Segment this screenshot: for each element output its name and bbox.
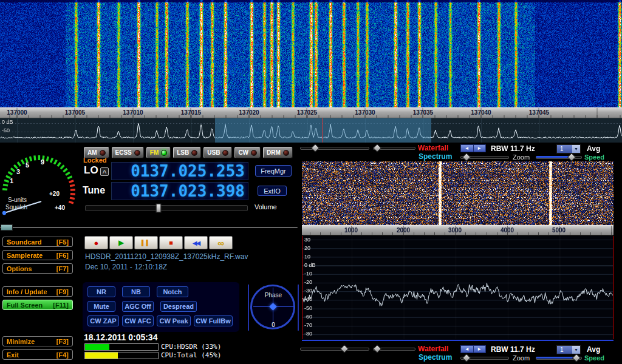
menu-label: Options (7, 265, 32, 272)
vfo-a-icon[interactable]: A (100, 167, 109, 176)
menu-label: Samplerate (7, 252, 43, 259)
zoom-spectrum-canvas (302, 236, 613, 339)
chevron-down-icon[interactable]: ▼ (572, 346, 580, 354)
loop-button[interactable]: ∞ (209, 236, 233, 249)
waterfall-tab[interactable]: Waterfall (418, 345, 448, 353)
slider-thumb[interactable] (462, 354, 471, 362)
slider-thumb[interactable] (373, 144, 381, 152)
freq-label: 137025 (297, 109, 317, 116)
mode-label: CW (238, 149, 248, 156)
zoom-in-button[interactable]: ► (474, 346, 486, 352)
playback-file-date: Dec 10, 2011 - 12:10:18Z (85, 263, 167, 271)
main-spectrum[interactable]: 0 dB -50 (0, 118, 622, 143)
passband-selection[interactable] (215, 118, 431, 143)
squelch-slider[interactable] (0, 224, 298, 231)
squelch-thumb[interactable] (1, 224, 13, 231)
squelch-track[interactable] (0, 227, 298, 228)
mute-button[interactable]: Mute (87, 301, 115, 312)
zoom-stepper: ◄ ► (460, 345, 486, 353)
menu-hotkey: [F7] (56, 265, 69, 272)
slider-thumb[interactable] (567, 153, 576, 161)
brightness-slider[interactable] (300, 144, 369, 152)
tune-frequency-display[interactable]: 0137.023.398 (111, 182, 248, 200)
speed-slider[interactable] (536, 153, 582, 161)
options-button[interactable]: Options [F7] (2, 263, 73, 274)
s-meter-tick: 9 (41, 158, 44, 166)
cw-afc-button[interactable]: CW AFC (122, 315, 154, 326)
freq-label: 137035 (413, 109, 433, 116)
exit-button[interactable]: Exit [F4] (2, 349, 73, 360)
brightness-slider[interactable] (300, 345, 369, 352)
zoom-in-button[interactable]: ► (474, 145, 486, 152)
spectrum-tab[interactable]: Spectrum (419, 353, 452, 362)
despread-button[interactable]: Despread (160, 301, 197, 312)
s-meter[interactable]: 1 3 5 9 +20 +40 S-units Squelch (0, 144, 80, 222)
contrast-slider[interactable] (373, 345, 415, 352)
mode-button-drm[interactable]: DRM (263, 147, 293, 158)
zoom-waterfall[interactable] (302, 161, 613, 225)
main-frequency-scale[interactable]: 137000 137005 137010 137015 137020 13702… (0, 107, 622, 118)
extio-button[interactable]: ExtIO (258, 186, 287, 196)
display-controls-top: Waterfall Spectrum ◄ ► Zoom RBW 11.7 Hz … (299, 144, 622, 161)
soundcard-button[interactable]: Soundcard [F5] (2, 237, 73, 247)
record-icon: ● (94, 238, 99, 248)
mode-button-ecss[interactable]: ECSS (112, 147, 144, 158)
s-meter-tick: +20 (49, 190, 60, 197)
zoom-slider[interactable] (460, 354, 509, 362)
lo-frequency-display[interactable]: 0137.025.253 (111, 162, 248, 180)
avg-select[interactable]: 1 ▼ (556, 345, 581, 354)
cw-fullbw-button[interactable]: CW FullBw (194, 315, 233, 326)
notch-button[interactable]: Notch (157, 286, 188, 297)
volume-track[interactable] (85, 205, 248, 211)
fullscreen-button[interactable]: Full Screen [F11] (2, 300, 73, 310)
slider-thumb[interactable] (311, 144, 320, 152)
info-update-button[interactable]: Info / Update [F9] (2, 286, 73, 297)
slider-thumb[interactable] (572, 354, 581, 362)
zoom-out-button[interactable]: ◄ (461, 346, 474, 352)
record-button[interactable]: ● (84, 236, 108, 249)
cw-zap-button[interactable]: CW ZAP (87, 315, 119, 326)
avg-select[interactable]: 1 ▼ (556, 144, 581, 153)
chevron-down-icon[interactable]: ▼ (572, 145, 580, 153)
slider-thumb[interactable] (462, 153, 471, 161)
hdsdr-app: 137000 137005 137010 137015 137020 13702… (0, 0, 622, 364)
freqmgr-button[interactable]: FreqMgr (255, 165, 292, 177)
rewind-button[interactable]: ◀◀ (184, 236, 208, 249)
freq-label: 137005 (65, 109, 85, 116)
spectrum-tab[interactable]: Spectrum (419, 152, 452, 161)
avg-value: 1 (557, 145, 572, 153)
squelch-knob[interactable] (2, 211, 6, 215)
pause-icon: ▌▌ (142, 240, 151, 246)
main-waterfall[interactable] (0, 0, 622, 107)
speed-slider[interactable] (536, 354, 582, 362)
minimize-button[interactable]: Minimize [F3] (2, 336, 73, 346)
slider-thumb[interactable] (340, 345, 349, 353)
nb-button[interactable]: NB (122, 286, 150, 297)
mode-button-fm[interactable]: FM (146, 147, 171, 158)
zoom-spectrum[interactable]: 30 20 10 0 dB -10 -20 -30 -40 -50 -60 -7… (302, 236, 613, 339)
cw-peak-button[interactable]: CW Peak (157, 315, 191, 326)
s-meter-tick: 1 (10, 177, 13, 184)
mode-button-lsb[interactable]: LSB (173, 147, 201, 158)
slider-thumb[interactable] (373, 345, 381, 353)
phase-display[interactable]: Phase 0 (248, 281, 299, 333)
samplerate-button[interactable]: Samplerate [F6] (2, 250, 73, 260)
contrast-slider[interactable] (373, 144, 415, 152)
stop-button[interactable]: ■ (159, 236, 183, 249)
zoom-frequency-scale[interactable]: 1000 2000 3000 4000 5000 (302, 225, 613, 235)
volume-thumb[interactable] (156, 204, 161, 213)
mode-button-usb[interactable]: USB (203, 147, 232, 158)
menu-label: Minimize (7, 338, 35, 345)
zoom-out-button[interactable]: ◄ (461, 145, 474, 152)
zoom-slider[interactable] (460, 153, 509, 161)
tune-marker (323, 118, 323, 143)
db-label: 0 dB (2, 119, 13, 125)
phase-value: 0 (248, 322, 299, 328)
agc-button[interactable]: AGC Off (122, 301, 154, 312)
mode-button-cw[interactable]: CW (234, 147, 261, 158)
nr-button[interactable]: NR (87, 286, 115, 297)
pause-button[interactable]: ▌▌ (134, 236, 158, 249)
play-button[interactable]: ▶ (109, 236, 133, 249)
volume-slider[interactable] (85, 204, 248, 212)
waterfall-tab[interactable]: Waterfall (418, 144, 448, 152)
